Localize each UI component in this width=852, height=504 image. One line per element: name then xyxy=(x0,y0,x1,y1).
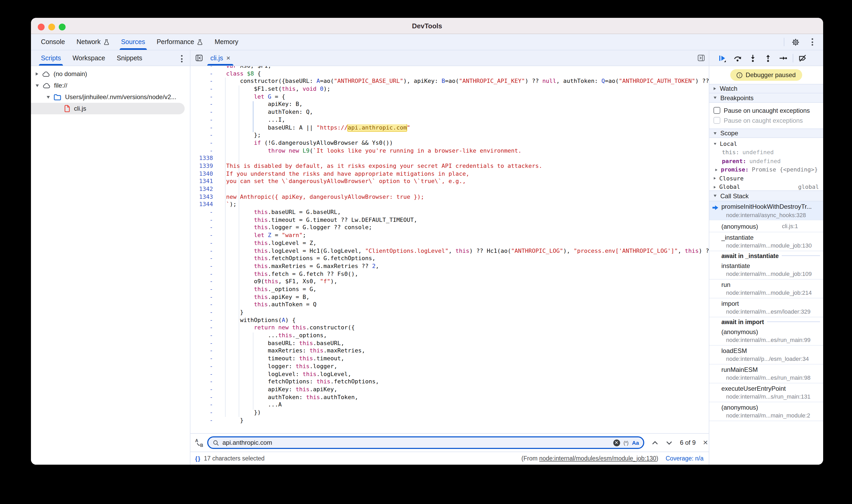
line-number[interactable]: - xyxy=(191,140,213,147)
resume-script-icon[interactable] xyxy=(717,52,728,64)
line-number[interactable]: - xyxy=(191,70,213,78)
minimize-window-button[interactable] xyxy=(48,23,55,31)
call-stack-frame[interactable]: loadESMnode:internal/p.../esm_loader:34 xyxy=(709,345,823,364)
code-line[interactable]: -...this._options, xyxy=(191,332,709,340)
hide-navigator-icon[interactable] xyxy=(195,50,203,66)
sidebar-tab-workspace[interactable]: Workspace xyxy=(67,50,111,66)
line-number[interactable]: - xyxy=(191,332,213,340)
breakpoint-option[interactable]: Pause on uncaught exceptions xyxy=(709,105,823,115)
line-number[interactable]: - xyxy=(191,286,213,293)
line-number[interactable]: - xyxy=(191,409,213,417)
code-line[interactable]: 1342 xyxy=(191,186,709,193)
chevron-down-icon[interactable] xyxy=(36,84,39,87)
line-number[interactable]: - xyxy=(191,401,213,409)
settings-gear-icon[interactable] xyxy=(789,36,801,48)
scope-closure[interactable]: Closure xyxy=(709,174,823,183)
line-number[interactable]: - xyxy=(191,224,213,232)
line-number[interactable]: - xyxy=(191,124,213,132)
tab-console[interactable]: Console xyxy=(35,34,71,50)
line-number[interactable]: - xyxy=(191,278,213,286)
code-line[interactable]: -maxRetries: this.maxRetries, xyxy=(191,347,709,355)
tab-memory[interactable]: Memory xyxy=(209,34,244,50)
step-icon[interactable] xyxy=(778,52,789,64)
code-line[interactable]: 1338 xyxy=(191,155,709,163)
code-line[interactable]: -let G = { xyxy=(191,93,709,101)
sidebar-tab-snippets[interactable]: Snippets xyxy=(111,50,148,66)
tab-performance[interactable]: Performance xyxy=(151,34,209,50)
source-link[interactable]: node:internal/modules/esm/module_job:130 xyxy=(539,455,656,462)
code-line[interactable]: -} xyxy=(191,309,709,317)
line-number[interactable]: - xyxy=(191,324,213,332)
code-line[interactable]: -logLevel: this.logLevel, xyxy=(191,371,709,378)
code-line[interactable]: -baseURL: A || "https://api.anthropic.co… xyxy=(191,124,709,132)
line-number[interactable]: 1339 xyxy=(191,163,213,170)
line-number[interactable]: - xyxy=(191,317,213,324)
more-tabs-icon[interactable] xyxy=(181,55,182,62)
line-number[interactable]: - xyxy=(191,116,213,124)
chevron-right-icon[interactable] xyxy=(36,72,38,75)
line-number[interactable]: - xyxy=(191,371,213,378)
close-tab-icon[interactable]: × xyxy=(226,54,230,62)
scope-parent[interactable]: parent:undefined xyxy=(709,157,823,165)
scope-this[interactable]: this:undefined xyxy=(709,148,823,157)
line-number[interactable]: - xyxy=(191,86,213,93)
line-number[interactable]: 1343 xyxy=(191,193,213,201)
tab-network[interactable]: Network xyxy=(71,34,116,50)
code-line[interactable]: -this.logLevel = Z, xyxy=(191,240,709,247)
code-line[interactable]: -this.fetch = G.fetch ?? Fs0(), xyxy=(191,270,709,278)
chevron-down-icon[interactable] xyxy=(47,96,50,98)
code-line[interactable]: -this.logLevel = Hc1(G.logLevel, "Client… xyxy=(191,247,709,255)
scope-promise[interactable]: promise:Promise {<pending>} xyxy=(709,165,823,174)
code-line[interactable]: 1343new Anthropic({ apiKey, dangerouslyA… xyxy=(191,193,709,201)
zoom-window-button[interactable] xyxy=(59,23,66,31)
call-stack-frame[interactable]: (anonymous)node:internal/m...main_module… xyxy=(709,402,823,421)
search-input[interactable]: api.anthropic.com ✕ (*) Aa xyxy=(207,436,644,449)
match-case-toggle-icon[interactable]: Aa xyxy=(632,439,639,446)
tree-item-cli-js[interactable]: cli.js xyxy=(31,103,185,114)
code-line[interactable]: -this.maxRetries = G.maxRetries ?? 2, xyxy=(191,263,709,270)
line-number[interactable]: 1344 xyxy=(191,201,213,209)
code-line[interactable]: -o9(this, $F1, Xs0, "f"), xyxy=(191,278,709,286)
search-query[interactable]: api.anthropic.com xyxy=(223,439,613,446)
breakpoint-option[interactable]: Pause on caught exceptions xyxy=(709,115,823,125)
step-into-icon[interactable] xyxy=(747,52,759,64)
call-stack-frame[interactable]: runMainESMnode:internal/m...es/run_main:… xyxy=(709,364,823,383)
line-number[interactable]: - xyxy=(191,78,213,86)
code-line[interactable]: -this.baseURL = G.baseURL, xyxy=(191,209,709,216)
tab-cli-js[interactable]: cli.js × xyxy=(206,50,234,66)
line-number[interactable]: - xyxy=(191,66,213,70)
line-number[interactable]: - xyxy=(191,363,213,371)
previous-match-icon[interactable] xyxy=(652,439,658,446)
line-number[interactable]: - xyxy=(191,247,213,255)
line-number[interactable]: - xyxy=(191,378,213,386)
clear-search-icon[interactable]: ✕ xyxy=(613,439,620,446)
line-number[interactable]: 1338 xyxy=(191,155,213,163)
line-number[interactable]: - xyxy=(191,232,213,239)
checkbox[interactable] xyxy=(713,117,720,124)
code-line[interactable]: -fetchOptions: this.fetchOptions, xyxy=(191,378,709,386)
code-line[interactable]: -}) xyxy=(191,409,709,417)
line-number[interactable]: - xyxy=(191,355,213,363)
code-line[interactable]: -}; xyxy=(191,132,709,139)
code-line[interactable]: -class $8 { xyxy=(191,70,709,78)
section-scope[interactable]: Scope xyxy=(709,128,823,138)
code-line[interactable]: -apiKey: this.apiKey, xyxy=(191,386,709,394)
code-line[interactable]: -return new this.constructor({ xyxy=(191,324,709,332)
code-line[interactable]: -this.apiKey = B, xyxy=(191,293,709,301)
code-line[interactable]: -...A xyxy=(191,401,709,409)
tab-sources[interactable]: Sources xyxy=(115,34,151,50)
line-number[interactable]: - xyxy=(191,347,213,355)
tree-item-file-[interactable]: file:// xyxy=(31,80,190,91)
code-line[interactable]: -this.timeout = G.timeout ?? Lw.DEFAULT_… xyxy=(191,217,709,224)
line-number[interactable]: - xyxy=(191,217,213,224)
scope-local[interactable]: Local xyxy=(709,140,823,148)
next-match-icon[interactable] xyxy=(666,439,673,446)
line-number[interactable]: - xyxy=(191,109,213,116)
call-stack-frame[interactable]: instantiatenode:internal/m...module_job:… xyxy=(709,260,823,279)
replace-toggle-icon[interactable]: A B xyxy=(195,438,204,447)
code-line[interactable]: -this.fetchOptions = G.fetchOptions, xyxy=(191,255,709,263)
code-line[interactable]: -...I, xyxy=(191,116,709,124)
code-line[interactable]: -timeout: this.timeout, xyxy=(191,355,709,363)
close-window-button[interactable] xyxy=(38,23,45,31)
line-number[interactable]: - xyxy=(191,93,213,101)
